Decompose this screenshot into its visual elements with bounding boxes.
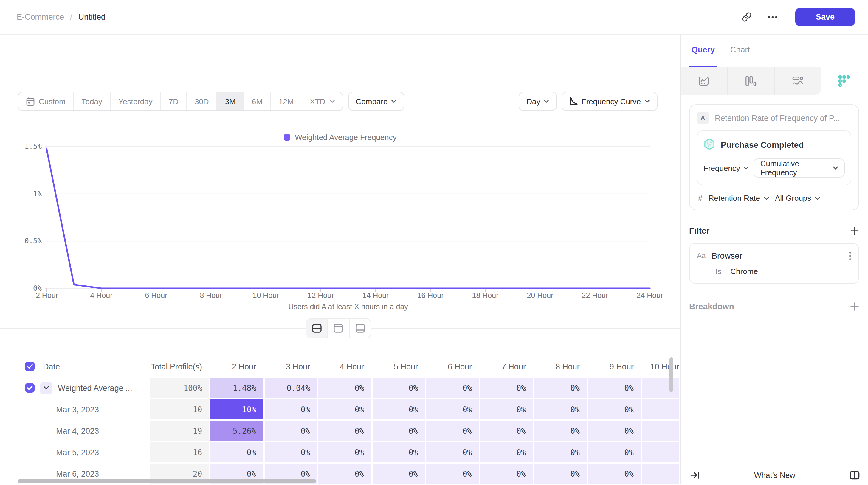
range-xtd[interactable]: XTD [302, 92, 343, 110]
retention-value-cell: 0% [588, 463, 641, 484]
report-type-funnels[interactable] [728, 67, 775, 95]
range-yesterday[interactable]: Yesterday [111, 92, 161, 110]
tab-chart[interactable]: Chart [730, 45, 750, 67]
split-view-icon [312, 324, 322, 333]
frequency-dropdown[interactable]: Frequency [704, 164, 749, 172]
retention-value-cell: 5.26% [211, 421, 263, 441]
range-6m[interactable]: 6M [244, 92, 271, 110]
retention-value-cell: 0% [318, 421, 371, 441]
copy-link-button[interactable] [738, 8, 755, 26]
table-horizontal-scrollbar[interactable] [18, 479, 316, 483]
event-name[interactable]: Purchase Completed [721, 140, 804, 149]
range-label: Custom [39, 97, 66, 106]
split-columns-icon[interactable] [849, 471, 860, 479]
chevron-down-icon [391, 99, 397, 103]
column-header-total-profile-s-[interactable]: Total Profile(s) [150, 356, 209, 377]
add-breakdown-button[interactable] [850, 302, 859, 311]
range-7d[interactable]: 7D [161, 92, 187, 110]
panel-footer: What's New [681, 465, 867, 484]
filter-operator[interactable]: Is [715, 267, 721, 276]
range-label: 3M [225, 97, 236, 106]
filter-value[interactable]: Chrome [730, 267, 758, 276]
split-view-toggle[interactable] [306, 319, 328, 338]
svg-text:22 Hour: 22 Hour [582, 291, 609, 299]
row-date: Mar 6, 2023 [56, 469, 99, 478]
filter-card: Aa Browser Is Chrome [689, 243, 859, 284]
svg-text:18 Hour: 18 Hour [472, 291, 499, 299]
cumulative-frequency-dropdown[interactable]: Cumulative Frequency [754, 159, 845, 177]
collapse-panel-button[interactable] [690, 471, 700, 479]
retention-value-cell: 0% [426, 463, 479, 484]
svg-text:12 Hour: 12 Hour [308, 291, 334, 299]
chevron-down-icon [645, 99, 650, 103]
table-vertical-scrollbar[interactable] [670, 357, 673, 392]
app-window: E-Commerce / Untitled Save [0, 0, 868, 485]
chart-view-toggle[interactable] [328, 319, 350, 338]
chevron-down-icon [833, 166, 838, 170]
event-card[interactable]: Purchase Completed Frequency Cumulative … [697, 130, 851, 185]
expand-row-button[interactable] [40, 382, 53, 394]
breadcrumb: E-Commerce / Untitled [17, 12, 105, 22]
column-header-2-hour[interactable]: 2 Hour [211, 356, 263, 377]
select-all-checkbox[interactable] [25, 362, 35, 371]
report-type-insights[interactable] [681, 67, 728, 95]
column-header-4-hour[interactable]: 4 Hour [318, 356, 371, 377]
column-header-10-hour[interactable]: 10 Hour [642, 356, 679, 377]
column-header-6-hour[interactable]: 6 Hour [426, 356, 479, 377]
save-button[interactable]: Save [796, 8, 855, 26]
granularity-button[interactable]: Day [519, 92, 557, 111]
groups-dropdown[interactable]: All Groups [775, 194, 820, 202]
top-header: E-Commerce / Untitled Save [0, 0, 868, 35]
retention-value-cell: 0% [588, 399, 641, 419]
range-label: 7D [169, 97, 179, 106]
retention-value-cell: 0% [480, 421, 533, 441]
range-3m[interactable]: 3M [217, 92, 244, 110]
report-title[interactable]: Untitled [79, 12, 106, 22]
retention-value-cell: 0% [534, 442, 587, 462]
chart-view-selector[interactable]: Frequency Curve [562, 92, 657, 111]
breadcrumb-project[interactable]: E-Commerce [17, 12, 64, 22]
range-12m[interactable]: 12M [271, 92, 302, 110]
retention-value-cell: 1.48% [211, 378, 263, 398]
retention-value-cell: 10% [211, 399, 263, 419]
row-label: Weighted Average ... [58, 383, 132, 392]
date-header-label: Date [43, 362, 60, 371]
retention-value-cell: 0% [372, 378, 425, 398]
retention-value-cell: 0% [480, 378, 533, 398]
add-filter-button[interactable] [850, 226, 859, 235]
column-header-7-hour[interactable]: 7 Hour [480, 356, 533, 377]
row-date: Mar 4, 2023 [56, 426, 99, 435]
column-header-8-hour[interactable]: 8 Hour [534, 356, 587, 377]
tab-query[interactable]: Query [691, 45, 715, 67]
column-header-date[interactable]: Date [20, 356, 149, 377]
range-today[interactable]: Today [74, 92, 111, 110]
report-type-tabs [681, 67, 867, 95]
range-custom[interactable]: Custom [19, 92, 74, 110]
report-type-flows[interactable] [775, 67, 821, 95]
query-title-input[interactable]: Retention Rate of Frequency of P... [715, 114, 840, 123]
frequency-curve-icon [569, 97, 578, 105]
whats-new-link[interactable]: What's New [700, 471, 849, 479]
frequency-curve-chart[interactable]: 1.5%1%0.5%0%2 Hour4 Hour6 Hour8 Hour10 H… [0, 142, 680, 321]
column-header-3-hour[interactable]: 3 Hour [265, 356, 317, 377]
retention-value-cell: 0% [534, 378, 587, 398]
range-label: XTD [310, 97, 326, 106]
range-30d[interactable]: 30D [187, 92, 217, 110]
measure-dropdown[interactable]: Retention Rate [708, 194, 769, 202]
svg-text:Users did A at least X hours i: Users did A at least X hours in a day [288, 302, 408, 311]
table-view-toggle[interactable] [350, 319, 371, 338]
filter-property[interactable]: Browser [712, 251, 742, 260]
retention-value-cell: 0% [318, 442, 371, 462]
row-date: Mar 5, 2023 [56, 448, 99, 457]
report-type-retention[interactable] [821, 67, 868, 95]
column-header-5-hour[interactable]: 5 Hour [372, 356, 425, 377]
retention-value-cell: 0% [265, 399, 317, 419]
filter-options-button[interactable] [849, 251, 851, 260]
chevron-down-icon [744, 166, 749, 170]
more-options-button[interactable] [764, 8, 782, 26]
ellipsis-icon [768, 16, 778, 18]
compare-button[interactable]: Compare [348, 92, 404, 111]
row-checkbox[interactable] [25, 383, 35, 393]
svg-text:20 Hour: 20 Hour [527, 291, 554, 299]
column-header-9-hour[interactable]: 9 Hour [588, 356, 641, 377]
